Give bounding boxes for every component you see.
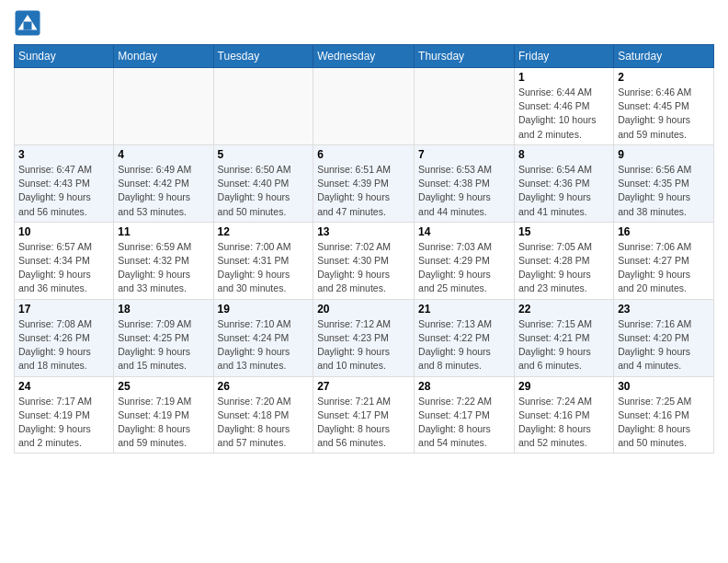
calendar-week-row: 17Sunrise: 7:08 AM Sunset: 4:26 PM Dayli… — [15, 299, 714, 376]
day-number: 30 — [618, 380, 710, 393]
calendar-cell: 20Sunrise: 7:12 AM Sunset: 4:23 PM Dayli… — [313, 299, 415, 376]
day-number: 13 — [317, 225, 410, 238]
day-info: Sunrise: 7:25 AM Sunset: 4:16 PM Dayligh… — [618, 395, 710, 451]
calendar-cell: 9Sunrise: 6:56 AM Sunset: 4:35 PM Daylig… — [614, 144, 714, 222]
day-info: Sunrise: 6:57 AM Sunset: 4:34 PM Dayligh… — [18, 240, 109, 296]
day-info: Sunrise: 7:15 AM Sunset: 4:21 PM Dayligh… — [518, 317, 609, 373]
calendar-cell — [213, 68, 313, 145]
day-info: Sunrise: 7:05 AM Sunset: 4:28 PM Dayligh… — [518, 240, 609, 296]
day-number: 27 — [317, 380, 410, 393]
day-info: Sunrise: 7:16 AM Sunset: 4:20 PM Dayligh… — [618, 317, 710, 373]
day-number: 16 — [618, 225, 710, 238]
day-number: 4 — [118, 148, 209, 161]
calendar-cell: 4Sunrise: 6:49 AM Sunset: 4:42 PM Daylig… — [114, 144, 213, 222]
calendar-cell — [313, 68, 415, 145]
weekday-header: Sunday — [15, 45, 114, 68]
day-number: 29 — [518, 380, 609, 393]
calendar-cell: 28Sunrise: 7:22 AM Sunset: 4:17 PM Dayli… — [415, 376, 515, 454]
day-number: 5 — [218, 148, 310, 161]
calendar-week-row: 10Sunrise: 6:57 AM Sunset: 4:34 PM Dayli… — [15, 222, 714, 299]
day-number: 11 — [118, 225, 209, 238]
day-info: Sunrise: 6:49 AM Sunset: 4:42 PM Dayligh… — [118, 163, 209, 219]
page-container: SundayMondayTuesdayWednesdayThursdayFrid… — [0, 0, 728, 463]
calendar-week-row: 24Sunrise: 7:17 AM Sunset: 4:19 PM Dayli… — [15, 376, 714, 454]
calendar-cell: 15Sunrise: 7:05 AM Sunset: 4:28 PM Dayli… — [514, 222, 613, 299]
day-info: Sunrise: 7:08 AM Sunset: 4:26 PM Dayligh… — [18, 317, 109, 373]
calendar-cell: 23Sunrise: 7:16 AM Sunset: 4:20 PM Dayli… — [614, 299, 714, 376]
day-number: 3 — [18, 148, 109, 161]
logo-icon — [14, 9, 41, 37]
weekday-header: Friday — [514, 45, 613, 68]
calendar-cell: 14Sunrise: 7:03 AM Sunset: 4:29 PM Dayli… — [415, 222, 515, 299]
day-number: 6 — [317, 148, 410, 161]
day-info: Sunrise: 7:00 AM Sunset: 4:31 PM Dayligh… — [218, 240, 310, 296]
calendar-cell: 10Sunrise: 6:57 AM Sunset: 4:34 PM Dayli… — [15, 222, 114, 299]
day-number: 28 — [418, 380, 510, 393]
day-info: Sunrise: 7:19 AM Sunset: 4:19 PM Dayligh… — [118, 395, 209, 451]
calendar-header-row: SundayMondayTuesdayWednesdayThursdayFrid… — [15, 45, 714, 68]
calendar-cell: 1Sunrise: 6:44 AM Sunset: 4:46 PM Daylig… — [514, 68, 613, 145]
day-info: Sunrise: 6:44 AM Sunset: 4:46 PM Dayligh… — [518, 86, 609, 142]
calendar-cell: 24Sunrise: 7:17 AM Sunset: 4:19 PM Dayli… — [15, 376, 114, 454]
day-info: Sunrise: 7:21 AM Sunset: 4:17 PM Dayligh… — [317, 395, 410, 451]
day-info: Sunrise: 7:02 AM Sunset: 4:30 PM Dayligh… — [317, 240, 410, 296]
calendar-cell: 11Sunrise: 6:59 AM Sunset: 4:32 PM Dayli… — [114, 222, 213, 299]
calendar-cell: 22Sunrise: 7:15 AM Sunset: 4:21 PM Dayli… — [514, 299, 613, 376]
day-info: Sunrise: 7:22 AM Sunset: 4:17 PM Dayligh… — [418, 395, 510, 451]
day-number: 10 — [18, 225, 109, 238]
day-info: Sunrise: 7:17 AM Sunset: 4:19 PM Dayligh… — [18, 395, 109, 451]
day-info: Sunrise: 6:46 AM Sunset: 4:45 PM Dayligh… — [618, 86, 710, 142]
day-info: Sunrise: 7:09 AM Sunset: 4:25 PM Dayligh… — [118, 317, 209, 373]
svg-rect-2 — [24, 22, 32, 30]
day-number: 14 — [418, 225, 510, 238]
calendar-week-row: 1Sunrise: 6:44 AM Sunset: 4:46 PM Daylig… — [15, 68, 714, 145]
day-number: 23 — [618, 303, 710, 316]
day-number: 22 — [518, 303, 609, 316]
day-info: Sunrise: 7:24 AM Sunset: 4:16 PM Dayligh… — [518, 395, 609, 451]
calendar-cell: 27Sunrise: 7:21 AM Sunset: 4:17 PM Dayli… — [313, 376, 415, 454]
calendar-cell — [415, 68, 515, 145]
day-number: 26 — [218, 380, 310, 393]
day-number: 24 — [18, 380, 109, 393]
calendar-cell: 29Sunrise: 7:24 AM Sunset: 4:16 PM Dayli… — [514, 376, 613, 454]
weekday-header: Monday — [114, 45, 213, 68]
calendar-cell — [114, 68, 213, 145]
day-info: Sunrise: 6:47 AM Sunset: 4:43 PM Dayligh… — [18, 163, 109, 219]
day-number: 9 — [618, 148, 710, 161]
calendar-cell: 17Sunrise: 7:08 AM Sunset: 4:26 PM Dayli… — [15, 299, 114, 376]
day-number: 12 — [218, 225, 310, 238]
day-number: 2 — [618, 71, 710, 84]
calendar-cell: 21Sunrise: 7:13 AM Sunset: 4:22 PM Dayli… — [415, 299, 515, 376]
day-number: 7 — [418, 148, 510, 161]
calendar-cell: 16Sunrise: 7:06 AM Sunset: 4:27 PM Dayli… — [614, 222, 714, 299]
calendar-cell: 7Sunrise: 6:53 AM Sunset: 4:38 PM Daylig… — [415, 144, 515, 222]
day-number: 25 — [118, 380, 209, 393]
day-info: Sunrise: 7:03 AM Sunset: 4:29 PM Dayligh… — [418, 240, 510, 296]
day-info: Sunrise: 6:50 AM Sunset: 4:40 PM Dayligh… — [218, 163, 310, 219]
day-info: Sunrise: 7:20 AM Sunset: 4:18 PM Dayligh… — [218, 395, 310, 451]
day-number: 15 — [518, 225, 609, 238]
day-info: Sunrise: 6:53 AM Sunset: 4:38 PM Dayligh… — [418, 163, 510, 219]
day-info: Sunrise: 7:06 AM Sunset: 4:27 PM Dayligh… — [618, 240, 710, 296]
weekday-header: Thursday — [415, 45, 515, 68]
weekday-header: Saturday — [614, 45, 714, 68]
calendar-cell: 18Sunrise: 7:09 AM Sunset: 4:25 PM Dayli… — [114, 299, 213, 376]
logo — [14, 9, 45, 37]
day-info: Sunrise: 7:10 AM Sunset: 4:24 PM Dayligh… — [218, 317, 310, 373]
day-number: 18 — [118, 303, 209, 316]
day-number: 19 — [218, 303, 310, 316]
calendar-cell: 6Sunrise: 6:51 AM Sunset: 4:39 PM Daylig… — [313, 144, 415, 222]
day-number: 8 — [518, 148, 609, 161]
day-info: Sunrise: 7:13 AM Sunset: 4:22 PM Dayligh… — [418, 317, 510, 373]
weekday-header: Tuesday — [213, 45, 313, 68]
day-info: Sunrise: 6:54 AM Sunset: 4:36 PM Dayligh… — [518, 163, 609, 219]
day-info: Sunrise: 6:56 AM Sunset: 4:35 PM Dayligh… — [618, 163, 710, 219]
calendar-cell: 26Sunrise: 7:20 AM Sunset: 4:18 PM Dayli… — [213, 376, 313, 454]
calendar-cell: 2Sunrise: 6:46 AM Sunset: 4:45 PM Daylig… — [614, 68, 714, 145]
day-number: 17 — [18, 303, 109, 316]
calendar-cell: 25Sunrise: 7:19 AM Sunset: 4:19 PM Dayli… — [114, 376, 213, 454]
day-info: Sunrise: 7:12 AM Sunset: 4:23 PM Dayligh… — [317, 317, 410, 373]
calendar-week-row: 3Sunrise: 6:47 AM Sunset: 4:43 PM Daylig… — [15, 144, 714, 222]
calendar-cell: 3Sunrise: 6:47 AM Sunset: 4:43 PM Daylig… — [15, 144, 114, 222]
calendar-cell: 8Sunrise: 6:54 AM Sunset: 4:36 PM Daylig… — [514, 144, 613, 222]
